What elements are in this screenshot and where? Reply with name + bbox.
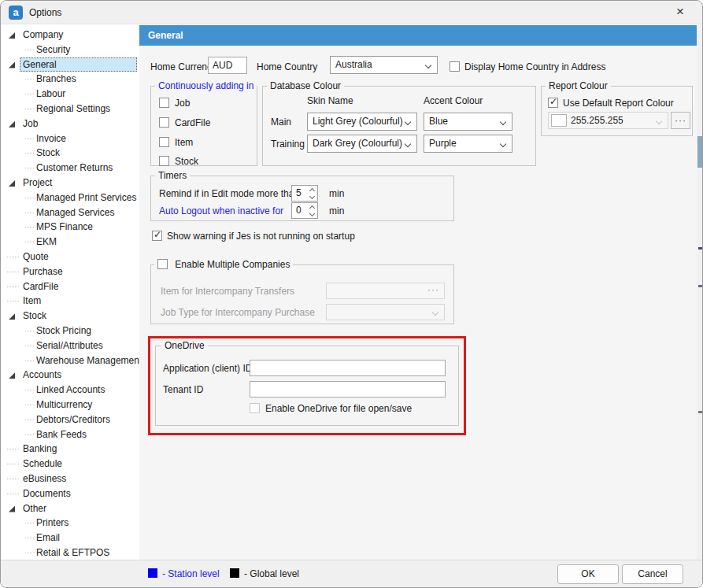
- station-level-label: - Station level: [162, 568, 220, 579]
- sidebar-item-labour[interactable]: Labour: [1, 87, 139, 102]
- adding-stock-checkbox[interactable]: [159, 156, 169, 166]
- ellipsis-icon: ···: [427, 284, 439, 295]
- sidebar-item-accounts[interactable]: Accounts: [1, 368, 139, 383]
- cancel-button[interactable]: Cancel: [622, 564, 683, 584]
- sidebar-item-label: Stock: [36, 147, 60, 158]
- sidebar-item-other[interactable]: Other: [1, 501, 139, 516]
- scroll-mark: [698, 285, 702, 287]
- training-accent-select[interactable]: Purple: [424, 135, 512, 153]
- remind-minutes-unit: min: [329, 188, 344, 199]
- display-home-country-checkbox[interactable]: [450, 61, 460, 72]
- station-level-swatch: [148, 568, 157, 578]
- auto-logout-link[interactable]: Auto Logout when inactive for: [159, 205, 283, 216]
- vertical-scrollbar[interactable]: [697, 25, 703, 560]
- home-country-label: Home Country: [257, 61, 317, 72]
- chevron-down-icon: [405, 141, 411, 147]
- home-country-select[interactable]: Australia: [330, 56, 438, 74]
- sidebar-item-label: Company: [23, 29, 63, 40]
- database-colour-title: Database Colour: [267, 80, 344, 91]
- remind-edit-mode-label: Remind if in Edit mode more than: [159, 188, 299, 199]
- sidebar-item-security[interactable]: Security: [1, 43, 139, 57]
- sidebar-item-mps-finance[interactable]: MPS Finance: [1, 220, 139, 235]
- sidebar-item-stock-pricing[interactable]: Stock Pricing: [1, 324, 139, 338]
- onedrive-title: OneDrive: [161, 340, 208, 351]
- sidebar-item-job[interactable]: Job: [1, 116, 139, 131]
- continuously-adding-group: Continuously adding in Job CardFile Item…: [150, 86, 257, 166]
- sidebar-item-stock[interactable]: Stock: [1, 309, 139, 324]
- main-accent-select[interactable]: Blue: [424, 113, 512, 131]
- sidebar-item-printers[interactable]: Printers: [1, 516, 139, 531]
- sidebar-item-multicurrency[interactable]: Multicurrency: [1, 398, 139, 412]
- sidebar-item-warehouse-management[interactable]: Warehouse Management: [1, 353, 139, 368]
- enable-onedrive-checkbox[interactable]: [250, 403, 260, 413]
- adding-job-label: Job: [175, 98, 190, 109]
- sidebar-item-project[interactable]: Project: [1, 176, 139, 190]
- sidebar-item-stock[interactable]: Stock: [1, 146, 139, 161]
- home-currency-input[interactable]: [208, 57, 247, 74]
- report-colour-title: Report Colour: [546, 80, 611, 91]
- sidebar-item-linked-accounts[interactable]: Linked Accounts: [1, 383, 139, 398]
- report-colour-ellipsis-button[interactable]: ···: [671, 112, 690, 129]
- close-icon[interactable]: ×: [664, 1, 696, 24]
- sidebar-item-item[interactable]: Item: [1, 294, 139, 309]
- application-client-id-input[interactable]: [250, 360, 446, 376]
- scrollbar-thumb[interactable]: [697, 136, 702, 168]
- skin-name-header: Skin Name: [307, 95, 353, 106]
- sidebar-item-invoice[interactable]: Invoice: [1, 131, 139, 146]
- stepper-arrows-icon[interactable]: [307, 203, 316, 218]
- main-row-label: Main: [271, 116, 291, 128]
- sidebar-item-bank-feeds[interactable]: Bank Feeds: [1, 427, 139, 442]
- adding-cardfile-checkbox[interactable]: [159, 117, 169, 128]
- sidebar-item-cardfile[interactable]: CardFile: [1, 279, 139, 294]
- sidebar-item-label: Managed Services: [36, 207, 114, 218]
- sidebar-item-ekm[interactable]: EKM: [1, 235, 139, 250]
- chevron-down-icon: [432, 309, 438, 316]
- training-skin-select[interactable]: Dark Grey (Colourful): [307, 135, 417, 153]
- sidebar-item-email[interactable]: Email: [1, 531, 139, 545]
- stepper-arrows-icon[interactable]: [307, 186, 316, 201]
- tenant-id-input[interactable]: [250, 381, 446, 398]
- chevron-down-icon: [656, 118, 662, 124]
- sidebar-item-label: Stock: [23, 310, 46, 321]
- intercompany-transfers-field[interactable]: ···: [326, 283, 445, 299]
- report-colour-group: Report Colour Use Default Report Colour …: [541, 86, 693, 136]
- onedrive-group: OneDrive Application (client) ID Tenant …: [155, 346, 459, 426]
- sidebar-item-debtors-creditors[interactable]: Debtors/Creditors: [1, 412, 139, 427]
- sidebar-item-purchase[interactable]: Purchase: [1, 264, 139, 279]
- sidebar-item-branches[interactable]: Branches: [1, 72, 139, 87]
- remind-minutes-stepper[interactable]: 5: [291, 185, 318, 202]
- enable-multiple-companies-checkbox[interactable]: [157, 259, 168, 269]
- auto-logout-minutes-stepper[interactable]: 0: [291, 202, 318, 219]
- sidebar-item-banking[interactable]: Banking: [1, 442, 139, 457]
- home-currency-label: Home Currency: [150, 61, 216, 72]
- chevron-down-icon: [500, 119, 506, 125]
- sidebar-item-retail-eftpos[interactable]: Retail & EFTPOS: [1, 545, 139, 560]
- adding-job-checkbox[interactable]: [159, 98, 169, 108]
- sidebar-item-quote[interactable]: Quote: [1, 250, 139, 264]
- main-skin-select[interactable]: Light Grey (Colourful): [307, 113, 417, 131]
- ok-button[interactable]: OK: [557, 564, 619, 584]
- sidebar-item-company[interactable]: Company: [1, 28, 139, 43]
- use-default-report-colour-checkbox[interactable]: [548, 98, 558, 108]
- sidebar-item-serial-attributes[interactable]: Serial/Attributes: [1, 338, 139, 353]
- report-colour-select[interactable]: 255.255.255: [548, 112, 668, 129]
- sidebar-item-managed-services[interactable]: Managed Services: [1, 205, 139, 220]
- sidebar-item-label: Job: [23, 118, 38, 129]
- sidebar-item-label: Retail & EFTPOS: [36, 547, 109, 558]
- sidebar-item-regional-settings[interactable]: Regional Settings: [1, 102, 139, 116]
- auto-logout-minutes-unit: min: [329, 205, 344, 216]
- show-warning-jes-checkbox[interactable]: [152, 231, 162, 241]
- adding-item-checkbox[interactable]: [159, 137, 169, 147]
- sidebar-item-documents[interactable]: Documents: [1, 486, 139, 501]
- sidebar-item-general[interactable]: General: [1, 57, 139, 72]
- sidebar-item-schedule[interactable]: Schedule: [1, 457, 139, 472]
- tenant-id-label: Tenant ID: [163, 384, 203, 395]
- sidebar-item-managed-print-services[interactable]: Managed Print Services: [1, 190, 139, 205]
- intercompany-transfers-label: Item for Intercompany Transfers: [161, 286, 294, 297]
- sidebar-item-ebusiness[interactable]: eBusiness: [1, 472, 139, 486]
- multiple-companies-group: Enable Multiple Companies Item for Inter…: [150, 264, 454, 324]
- intercompany-purchase-select[interactable]: [326, 304, 445, 320]
- sidebar-item-customer-returns[interactable]: Customer Returns: [1, 161, 139, 176]
- sidebar-item-label: Purchase: [23, 266, 63, 277]
- sidebar-item-label: Stock Pricing: [36, 325, 91, 336]
